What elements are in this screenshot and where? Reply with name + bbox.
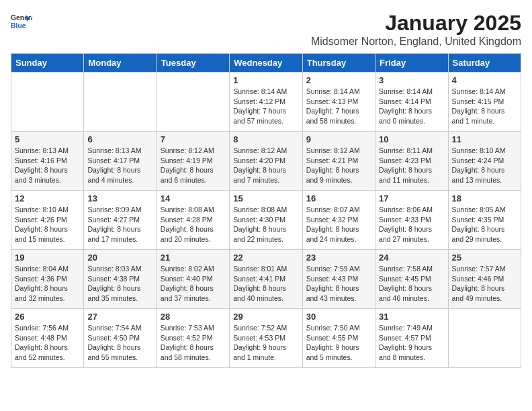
day-cell: 29Sunrise: 7:52 AM Sunset: 4:53 PM Dayli… (230, 309, 302, 368)
day-number: 16 (306, 193, 371, 203)
day-cell: 22Sunrise: 8:01 AM Sunset: 4:41 PM Dayli… (230, 250, 302, 309)
week-row-4: 19Sunrise: 8:04 AM Sunset: 4:36 PM Dayli… (11, 250, 521, 309)
day-cell: 9Sunrise: 8:12 AM Sunset: 4:21 PM Daylig… (302, 132, 375, 191)
day-info: Sunrise: 8:13 AM Sunset: 4:17 PM Dayligh… (87, 146, 152, 185)
day-cell (11, 73, 84, 132)
day-number: 2 (306, 75, 371, 85)
day-info: Sunrise: 7:57 AM Sunset: 4:46 PM Dayligh… (452, 264, 517, 304)
day-cell: 10Sunrise: 8:11 AM Sunset: 4:23 PM Dayli… (375, 132, 448, 191)
day-info: Sunrise: 8:12 AM Sunset: 4:20 PM Dayligh… (233, 146, 298, 185)
week-row-1: 1Sunrise: 8:14 AM Sunset: 4:12 PM Daylig… (11, 73, 521, 132)
day-cell: 28Sunrise: 7:53 AM Sunset: 4:52 PM Dayli… (157, 309, 229, 368)
day-number: 10 (379, 134, 444, 144)
day-info: Sunrise: 8:08 AM Sunset: 4:30 PM Dayligh… (233, 205, 298, 244)
day-number: 8 (233, 134, 298, 144)
day-header-saturday: Saturday (448, 54, 521, 73)
day-cell: 13Sunrise: 8:09 AM Sunset: 4:27 PM Dayli… (84, 191, 157, 250)
day-cell: 21Sunrise: 8:02 AM Sunset: 4:40 PM Dayli… (157, 250, 229, 309)
day-cell: 6Sunrise: 8:13 AM Sunset: 4:17 PM Daylig… (84, 132, 157, 191)
day-info: Sunrise: 8:07 AM Sunset: 4:32 PM Dayligh… (306, 205, 371, 244)
day-cell (448, 309, 521, 368)
day-cell: 16Sunrise: 8:07 AM Sunset: 4:32 PM Dayli… (302, 191, 375, 250)
month-title: January 2025 (311, 11, 521, 36)
day-cell: 18Sunrise: 8:05 AM Sunset: 4:35 PM Dayli… (448, 191, 521, 250)
week-row-2: 5Sunrise: 8:13 AM Sunset: 4:16 PM Daylig… (11, 132, 521, 191)
day-info: Sunrise: 8:06 AM Sunset: 4:33 PM Dayligh… (379, 205, 444, 244)
logo-icon: General Blue (11, 11, 32, 32)
day-info: Sunrise: 7:53 AM Sunset: 4:52 PM Dayligh… (161, 323, 226, 363)
day-cell: 8Sunrise: 8:12 AM Sunset: 4:20 PM Daylig… (230, 132, 302, 191)
day-number: 21 (161, 253, 226, 263)
title-area: January 2025 Midsomer Norton, England, U… (311, 11, 521, 48)
day-number: 3 (379, 75, 444, 85)
day-number: 14 (161, 193, 226, 203)
week-row-5: 26Sunrise: 7:56 AM Sunset: 4:48 PM Dayli… (11, 309, 521, 368)
day-number: 19 (15, 253, 80, 263)
calendar-table: SundayMondayTuesdayWednesdayThursdayFrid… (11, 53, 521, 368)
day-info: Sunrise: 8:11 AM Sunset: 4:23 PM Dayligh… (379, 146, 444, 185)
day-cell: 27Sunrise: 7:54 AM Sunset: 4:50 PM Dayli… (84, 309, 157, 368)
day-info: Sunrise: 7:58 AM Sunset: 4:45 PM Dayligh… (379, 264, 444, 304)
day-info: Sunrise: 8:13 AM Sunset: 4:16 PM Dayligh… (15, 146, 80, 185)
day-number: 7 (161, 134, 226, 144)
day-number: 23 (306, 253, 371, 263)
day-cell: 14Sunrise: 8:08 AM Sunset: 4:28 PM Dayli… (157, 191, 229, 250)
day-info: Sunrise: 7:54 AM Sunset: 4:50 PM Dayligh… (87, 323, 152, 363)
week-row-3: 12Sunrise: 8:10 AM Sunset: 4:26 PM Dayli… (11, 191, 521, 250)
day-cell (157, 73, 229, 132)
day-info: Sunrise: 8:03 AM Sunset: 4:38 PM Dayligh… (87, 264, 152, 304)
day-info: Sunrise: 8:12 AM Sunset: 4:19 PM Dayligh… (161, 146, 226, 185)
logo: General Blue (11, 11, 32, 32)
svg-text:Blue: Blue (11, 22, 26, 30)
day-cell: 11Sunrise: 8:10 AM Sunset: 4:24 PM Dayli… (448, 132, 521, 191)
day-number: 26 (15, 312, 80, 322)
day-info: Sunrise: 8:12 AM Sunset: 4:21 PM Dayligh… (306, 146, 371, 185)
location-title: Midsomer Norton, England, United Kingdom (311, 36, 521, 48)
day-cell: 24Sunrise: 7:58 AM Sunset: 4:45 PM Dayli… (375, 250, 448, 309)
day-info: Sunrise: 7:50 AM Sunset: 4:55 PM Dayligh… (306, 323, 371, 363)
day-header-tuesday: Tuesday (157, 54, 229, 73)
day-number: 24 (379, 253, 444, 263)
day-cell: 23Sunrise: 7:59 AM Sunset: 4:43 PM Dayli… (302, 250, 375, 309)
day-cell (84, 73, 157, 132)
day-header-monday: Monday (84, 54, 157, 73)
day-header-friday: Friday (375, 54, 448, 73)
day-cell: 31Sunrise: 7:49 AM Sunset: 4:57 PM Dayli… (375, 309, 448, 368)
day-number: 11 (452, 134, 517, 144)
day-cell: 26Sunrise: 7:56 AM Sunset: 4:48 PM Dayli… (11, 309, 84, 368)
day-cell: 20Sunrise: 8:03 AM Sunset: 4:38 PM Dayli… (84, 250, 157, 309)
day-info: Sunrise: 8:09 AM Sunset: 4:27 PM Dayligh… (87, 205, 152, 244)
day-number: 17 (379, 193, 444, 203)
day-cell: 7Sunrise: 8:12 AM Sunset: 4:19 PM Daylig… (157, 132, 229, 191)
day-info: Sunrise: 8:10 AM Sunset: 4:24 PM Dayligh… (452, 146, 517, 185)
day-number: 29 (233, 312, 298, 322)
day-info: Sunrise: 8:08 AM Sunset: 4:28 PM Dayligh… (161, 205, 226, 244)
day-cell: 15Sunrise: 8:08 AM Sunset: 4:30 PM Dayli… (230, 191, 302, 250)
day-info: Sunrise: 8:14 AM Sunset: 4:12 PM Dayligh… (233, 87, 298, 126)
day-header-sunday: Sunday (11, 54, 84, 73)
day-cell: 12Sunrise: 8:10 AM Sunset: 4:26 PM Dayli… (11, 191, 84, 250)
day-header-thursday: Thursday (302, 54, 375, 73)
day-cell: 25Sunrise: 7:57 AM Sunset: 4:46 PM Dayli… (448, 250, 521, 309)
day-info: Sunrise: 8:14 AM Sunset: 4:14 PM Dayligh… (379, 87, 444, 126)
day-number: 25 (452, 253, 517, 263)
day-header-wednesday: Wednesday (230, 54, 302, 73)
day-cell: 19Sunrise: 8:04 AM Sunset: 4:36 PM Dayli… (11, 250, 84, 309)
day-number: 9 (306, 134, 371, 144)
day-info: Sunrise: 7:59 AM Sunset: 4:43 PM Dayligh… (306, 264, 371, 304)
day-info: Sunrise: 8:04 AM Sunset: 4:36 PM Dayligh… (15, 264, 80, 304)
day-number: 30 (306, 312, 371, 322)
day-number: 1 (233, 75, 298, 85)
day-info: Sunrise: 8:02 AM Sunset: 4:40 PM Dayligh… (161, 264, 226, 304)
header: General Blue January 2025 Midsomer Norto… (11, 11, 521, 48)
day-number: 20 (87, 253, 152, 263)
day-cell: 4Sunrise: 8:14 AM Sunset: 4:15 PM Daylig… (448, 73, 521, 132)
header-row: SundayMondayTuesdayWednesdayThursdayFrid… (11, 54, 521, 73)
day-info: Sunrise: 7:49 AM Sunset: 4:57 PM Dayligh… (379, 323, 444, 363)
day-number: 5 (15, 134, 80, 144)
day-cell: 2Sunrise: 8:14 AM Sunset: 4:13 PM Daylig… (302, 73, 375, 132)
day-info: Sunrise: 7:52 AM Sunset: 4:53 PM Dayligh… (233, 323, 298, 363)
day-number: 18 (452, 193, 517, 203)
day-number: 4 (452, 75, 517, 85)
day-number: 27 (87, 312, 152, 322)
